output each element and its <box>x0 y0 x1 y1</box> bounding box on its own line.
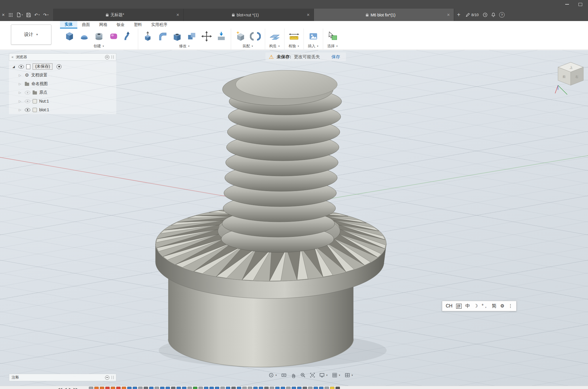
notifications-bell-icon[interactable] <box>489 9 497 21</box>
combine-button[interactable] <box>185 30 199 43</box>
timeline-feature-icon[interactable] <box>127 387 132 389</box>
tab-close-icon[interactable]: ✕ <box>445 13 452 17</box>
panel-drag-handle[interactable] <box>112 376 114 379</box>
shell-button[interactable] <box>171 30 184 43</box>
timeline-feature-icon[interactable] <box>149 387 153 389</box>
fit-button[interactable] <box>310 372 315 378</box>
visibility-eye-icon[interactable] <box>18 65 24 69</box>
viewports-button[interactable]: ▼ <box>344 372 353 378</box>
expand-arrow-icon[interactable]: ▷ <box>19 91 23 95</box>
tab-close-icon[interactable]: ✕ <box>175 13 181 17</box>
visibility-eye-icon[interactable] <box>25 91 30 95</box>
align-button[interactable] <box>215 30 228 43</box>
tab-mesh[interactable]: 网格 <box>95 21 112 29</box>
timeline-feature-icon[interactable] <box>253 387 258 389</box>
new-component-button[interactable] <box>234 30 247 43</box>
timeline-feature-icon[interactable] <box>177 387 181 389</box>
timeline-feature-icon[interactable] <box>166 387 170 389</box>
timeline-control[interactable]: ▶▶ <box>74 387 78 389</box>
visibility-eye-icon[interactable] <box>25 108 30 112</box>
app-grid-menu-icon[interactable] <box>7 9 15 21</box>
ime-item[interactable]: 中 <box>465 304 470 308</box>
timeline-playback-controls[interactable]: ◀◀◀▶▶▶ <box>58 387 78 389</box>
timeline-feature-icon[interactable] <box>171 387 175 389</box>
new-tab-button[interactable]: + <box>454 9 463 21</box>
move-button[interactable] <box>200 30 213 43</box>
ime-item[interactable]: CH <box>446 304 452 308</box>
ime-item[interactable]: 拼 <box>456 304 462 309</box>
viewport-canvas[interactable]: « 浏览器 ◢ (未保存) ▷ ⚙ 文档设置 <box>0 50 588 389</box>
timeline-feature-icon[interactable] <box>100 387 104 389</box>
minimize-panel-icon[interactable] <box>105 55 109 59</box>
document-tab-untitled[interactable]: 无标题* ✕ <box>53 9 183 21</box>
group-insert-dropdown[interactable]: 插入▼ <box>308 44 319 49</box>
joint-button[interactable] <box>249 30 262 43</box>
timeline-feature-icon[interactable] <box>182 387 186 389</box>
timeline-feature-icon[interactable] <box>297 387 302 389</box>
ime-item[interactable]: 简 <box>492 304 497 308</box>
expand-arrow-icon[interactable]: ▷ <box>19 82 23 86</box>
timeline-feature-icon[interactable] <box>105 387 110 389</box>
timeline-feature-icon[interactable] <box>138 387 143 389</box>
timeline-feature-icon[interactable] <box>226 387 230 389</box>
minimize-button[interactable] <box>560 1 574 8</box>
group-create-dropdown[interactable]: 创建▼ <box>93 44 104 49</box>
viewcube[interactable]: 上 前 右 <box>555 60 587 96</box>
timeline-feature-icon[interactable] <box>248 387 252 389</box>
timeline-feature-icon[interactable] <box>144 387 148 389</box>
timeline-feature-icon[interactable] <box>94 387 99 389</box>
timeline-feature-icon[interactable] <box>303 387 307 389</box>
minimize-panel-icon[interactable] <box>105 375 109 380</box>
help-button[interactable]: ? <box>497 9 506 21</box>
save-link[interactable]: 保存 <box>329 54 342 60</box>
timeline-feature-icon[interactable] <box>292 387 296 389</box>
timeline-feature-icon[interactable] <box>188 387 192 389</box>
timeline-feature-icon[interactable] <box>325 387 329 389</box>
expand-arrow-icon[interactable]: ▷ <box>19 73 23 77</box>
root-document-label[interactable]: (未保存) <box>33 63 53 70</box>
sweep-button[interactable] <box>122 30 135 43</box>
zoom-button[interactable] <box>300 372 306 378</box>
timeline-feature-icon[interactable] <box>133 387 137 389</box>
timeline-feature-icon[interactable] <box>336 387 340 389</box>
redo-button[interactable]: ↷▾ <box>42 9 50 21</box>
timeline-control[interactable]: ◀ <box>64 387 67 389</box>
browser-header[interactable]: « 浏览器 <box>9 53 116 61</box>
document-tab-blot-nut[interactable]: blot+nut *(1) ✕ <box>183 9 314 21</box>
timeline-feature-icon[interactable] <box>314 387 318 389</box>
timeline-feature-icon[interactable] <box>209 387 214 389</box>
select-button[interactable] <box>326 30 339 43</box>
expand-arrow-icon[interactable]: ▷ <box>19 108 23 112</box>
save-button[interactable] <box>25 9 33 21</box>
file-menu-button[interactable]: ▾ <box>15 9 25 21</box>
timeline-feature-icon[interactable] <box>270 387 274 389</box>
timeline-feature-icon[interactable] <box>330 387 334 389</box>
tab-sheet-metal[interactable]: 钣金 <box>112 21 129 29</box>
usage-meter[interactable]: 8/10 <box>463 13 481 17</box>
timeline-feature-icon[interactable] <box>275 387 280 389</box>
timeline-control[interactable]: ▶ <box>69 387 71 389</box>
pan-button[interactable] <box>291 372 296 378</box>
hole-button[interactable] <box>92 30 106 43</box>
timeline-feature-icon[interactable] <box>215 387 219 389</box>
group-assemble-dropdown[interactable]: 装配▼ <box>243 44 254 49</box>
tab-solid[interactable]: 实体 <box>60 21 77 29</box>
undo-button[interactable]: ↶▾ <box>33 9 42 21</box>
insert-button[interactable] <box>307 30 320 43</box>
left-close-icon[interactable]: ✕ <box>0 9 7 21</box>
timeline-feature-icon[interactable] <box>155 387 159 389</box>
timeline-feature-icon[interactable] <box>204 387 208 389</box>
timeline-feature-icon[interactable] <box>264 387 269 389</box>
press-pull-button[interactable] <box>141 30 154 43</box>
timeline-feature-icon[interactable] <box>160 387 164 389</box>
job-status-clock-icon[interactable] <box>481 9 489 21</box>
group-inspect-dropdown[interactable]: 检验▼ <box>289 44 299 49</box>
timeline-feature-icon[interactable] <box>116 387 121 389</box>
look-at-button[interactable] <box>281 372 287 378</box>
timeline-feature-icon[interactable] <box>220 387 225 389</box>
timeline-feature-icon[interactable] <box>319 387 323 389</box>
group-modify-dropdown[interactable]: 修改▼ <box>179 44 190 49</box>
expand-arrow-icon[interactable]: ▷ <box>19 99 23 103</box>
timeline-feature-icon[interactable] <box>237 387 241 389</box>
tree-row-blot[interactable]: ▷ blot:1 <box>9 105 116 114</box>
